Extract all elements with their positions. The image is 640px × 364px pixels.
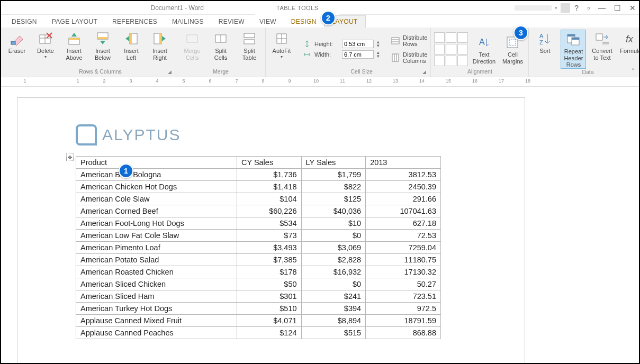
cell-cy[interactable]: $510 bbox=[237, 303, 301, 315]
cell-2013[interactable]: 2450.39 bbox=[366, 181, 441, 193]
cell-cy[interactable]: $1,736 bbox=[237, 169, 301, 181]
cell-2013[interactable]: 17130.32 bbox=[366, 266, 441, 278]
delete-button[interactable]: Delete ▾ bbox=[33, 30, 58, 59]
cell-2013[interactable]: 107041.63 bbox=[366, 205, 441, 217]
align-top-center-button[interactable] bbox=[446, 32, 456, 43]
cell-2013[interactable]: 723.51 bbox=[366, 290, 441, 303]
close-button[interactable]: ✕ bbox=[629, 4, 636, 12]
table-row[interactable]: American Chicken Hot Dogs$1,418$8222450.… bbox=[76, 181, 441, 193]
table-row[interactable]: American Sliced Chicken$50$050.27 bbox=[76, 278, 441, 290]
cell-cy[interactable]: $534 bbox=[237, 217, 301, 230]
cell-ly[interactable]: $822 bbox=[301, 181, 366, 193]
cell-product[interactable]: American Turkey Hot Dogs bbox=[76, 303, 237, 315]
ribbon-display-options-button[interactable]: ▫ bbox=[587, 4, 590, 12]
col-2013[interactable]: 2013 bbox=[366, 157, 441, 169]
cell-cy[interactable]: $73 bbox=[237, 230, 301, 242]
maximize-button[interactable]: ☐ bbox=[614, 4, 621, 12]
cell-ly[interactable]: $2,828 bbox=[301, 254, 366, 266]
cell-cy[interactable]: $3,493 bbox=[237, 242, 301, 254]
cell-product[interactable]: American Low Fat Cole Slaw bbox=[76, 230, 237, 242]
insert-right-button[interactable]: Insert Right bbox=[147, 30, 173, 61]
cell-product[interactable]: American Roasted Chicken bbox=[76, 266, 237, 278]
split-cells-button[interactable]: Split Cells bbox=[208, 30, 233, 61]
cell-2013[interactable]: 18791.59 bbox=[366, 315, 441, 327]
cell-product[interactable]: American Potato Salad bbox=[76, 254, 237, 266]
document-area[interactable]: ALYPTUS ✥ Product CY Sales LY Sales 2013… bbox=[1, 87, 639, 363]
cell-ly[interactable]: $241 bbox=[301, 290, 366, 303]
cell-ly[interactable]: $515 bbox=[301, 327, 366, 339]
cell-2013[interactable]: 72.53 bbox=[366, 230, 441, 242]
split-table-button[interactable]: Split Table bbox=[237, 30, 262, 61]
table-row[interactable]: American Foot-Long Hot Dogs$534$10627.18 bbox=[76, 217, 441, 230]
cell-cy[interactable]: $7,385 bbox=[237, 254, 301, 266]
cell-ly[interactable]: $0 bbox=[301, 278, 366, 290]
align-mid-center-button[interactable] bbox=[446, 44, 456, 54]
cell-product[interactable]: American Foot-Long Hot Dogs bbox=[76, 217, 237, 230]
cell-2013[interactable]: 972.5 bbox=[366, 303, 441, 315]
height-input[interactable] bbox=[342, 40, 374, 48]
table-row[interactable]: American Turkey Hot Dogs$510$394972.5 bbox=[76, 303, 441, 315]
cell-ly[interactable]: $40,036 bbox=[301, 205, 366, 217]
insert-above-button[interactable]: Insert Above bbox=[61, 30, 87, 61]
cell-ly[interactable]: $8,894 bbox=[301, 315, 366, 327]
tab-page-layout[interactable]: PAGE LAYOUT bbox=[44, 16, 105, 28]
table-row[interactable]: American Roasted Chicken$178$16,93217130… bbox=[76, 266, 441, 278]
cell-2013[interactable]: 627.18 bbox=[366, 217, 441, 230]
cell-ly[interactable]: $16,932 bbox=[301, 266, 366, 278]
col-product[interactable]: Product bbox=[76, 157, 237, 169]
cell-2013[interactable]: 3812.53 bbox=[366, 169, 441, 181]
cell-cy[interactable]: $1,418 bbox=[237, 181, 301, 193]
align-top-left-button[interactable] bbox=[434, 32, 445, 43]
cell-product[interactable]: American Sliced Ham bbox=[76, 290, 237, 303]
height-spinner[interactable]: ▴▾ bbox=[377, 40, 380, 48]
cell-2013[interactable]: 11180.75 bbox=[366, 254, 441, 266]
cell-product[interactable]: American Corned Beef bbox=[76, 205, 237, 217]
table-row[interactable]: American Low Fat Cole Slaw$73$072.53 bbox=[76, 230, 441, 242]
width-spinner[interactable]: ▴▾ bbox=[377, 51, 380, 58]
tab-design[interactable]: DESIGN bbox=[4, 16, 44, 28]
help-button[interactable]: ? bbox=[574, 4, 579, 12]
align-bot-left-button[interactable] bbox=[434, 56, 445, 66]
width-input[interactable] bbox=[342, 50, 374, 59]
distribute-rows-button[interactable]: Distribute Rows bbox=[391, 34, 427, 47]
cell-cy[interactable]: $301 bbox=[237, 290, 301, 303]
table-row[interactable]: Applause Canned Mixed Fruit$4,071$8,8941… bbox=[76, 315, 441, 327]
cell-ly[interactable]: $394 bbox=[301, 303, 366, 315]
table-move-handle[interactable]: ✥ bbox=[66, 153, 74, 161]
tab-references[interactable]: REFERENCES bbox=[105, 16, 165, 28]
user-account-area[interactable]: ▾ bbox=[515, 3, 570, 13]
table-row[interactable]: American Potato Salad$7,385$2,82811180.7… bbox=[76, 254, 441, 266]
rows-columns-dialog-launcher[interactable]: ◢ bbox=[168, 69, 172, 75]
cell-2013[interactable]: 291.66 bbox=[366, 193, 441, 205]
table-row[interactable]: American Sliced Ham$301$241723.51 bbox=[76, 290, 441, 303]
cell-product[interactable]: Applause Canned Peaches bbox=[76, 327, 237, 339]
cell-2013[interactable]: 50.27 bbox=[366, 278, 441, 290]
horizontal-ruler[interactable]: 1123456789101112131415161718 bbox=[1, 77, 639, 87]
tab-table-design[interactable]: DESIGN bbox=[284, 16, 324, 28]
sort-button[interactable]: AZ Sort bbox=[532, 30, 557, 54]
cell-product[interactable]: American Chicken Hot Dogs bbox=[76, 181, 237, 193]
autofit-button[interactable]: AutoFit ▾ bbox=[269, 30, 294, 59]
cell-product[interactable]: American Sliced Chicken bbox=[76, 278, 237, 290]
cell-ly[interactable]: $0 bbox=[301, 230, 366, 242]
cell-ly[interactable]: $10 bbox=[301, 217, 366, 230]
align-mid-right-button[interactable] bbox=[457, 44, 468, 54]
cell-cy[interactable]: $50 bbox=[237, 278, 301, 290]
cell-cy[interactable]: $104 bbox=[237, 193, 301, 205]
table-row[interactable]: American Pimento Loaf$3,493$3,0697259.04 bbox=[76, 242, 441, 254]
tab-review[interactable]: REVIEW bbox=[211, 16, 252, 28]
cellsize-dialog-launcher[interactable]: ◢ bbox=[422, 69, 426, 75]
cell-cy[interactable]: $124 bbox=[237, 327, 301, 339]
insert-below-button[interactable]: Insert Below bbox=[90, 30, 115, 61]
cell-ly[interactable]: $1,799 bbox=[301, 169, 366, 181]
collapse-ribbon-button[interactable]: ˄ bbox=[632, 68, 635, 75]
table-row[interactable]: American Cole Slaw$104$125291.66 bbox=[76, 193, 441, 205]
eraser-button[interactable]: Eraser bbox=[4, 30, 30, 54]
convert-to-text-button[interactable]: Convert to Text bbox=[589, 30, 615, 61]
col-cy-sales[interactable]: CY Sales bbox=[237, 157, 301, 169]
align-top-right-button[interactable] bbox=[457, 32, 468, 43]
cell-product[interactable]: American Cole Slaw bbox=[76, 193, 237, 205]
table-row[interactable]: American Corned Beef$60,226$40,036107041… bbox=[76, 205, 441, 217]
formula-button[interactable]: fx Formula bbox=[618, 30, 640, 54]
cell-ly[interactable]: $125 bbox=[301, 193, 366, 205]
